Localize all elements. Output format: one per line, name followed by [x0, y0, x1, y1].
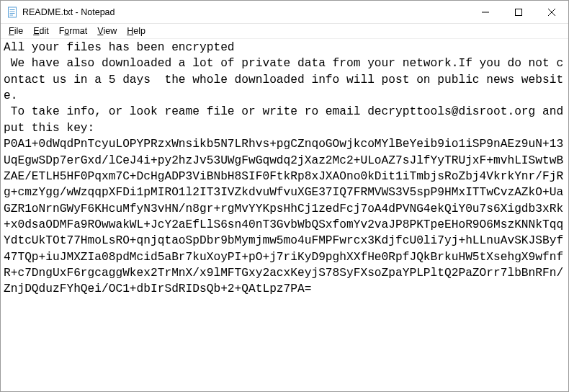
menubar: File Edit Format View Help	[1, 24, 568, 39]
maximize-icon	[515, 9, 522, 16]
svg-rect-0	[9, 7, 17, 17]
text-area-scroll[interactable]: All your files has been encrypted We hav…	[1, 39, 568, 391]
menu-view[interactable]: View	[92, 25, 122, 37]
svg-rect-6	[516, 9, 522, 15]
titlebar[interactable]: README.txt - Notepad	[1, 1, 568, 24]
titlebar-left: README.txt - Notepad	[1, 6, 469, 18]
notepad-icon	[6, 6, 18, 18]
close-icon	[548, 9, 555, 16]
menu-format[interactable]: Format	[54, 25, 93, 37]
menu-edit[interactable]: Edit	[28, 25, 54, 37]
menu-file[interactable]: File	[4, 25, 28, 37]
minimize-button[interactable]	[469, 1, 502, 23]
menu-help[interactable]: Help	[122, 25, 151, 37]
window-title: README.txt - Notepad	[22, 7, 115, 17]
maximize-button[interactable]	[502, 1, 535, 23]
window-controls	[469, 1, 568, 23]
text-content[interactable]: All your files has been encrypted We hav…	[1, 39, 568, 391]
close-button[interactable]	[535, 1, 568, 23]
minimize-icon	[482, 9, 489, 16]
notepad-window: README.txt - Notepad File Edit Format Vi…	[0, 0, 569, 392]
